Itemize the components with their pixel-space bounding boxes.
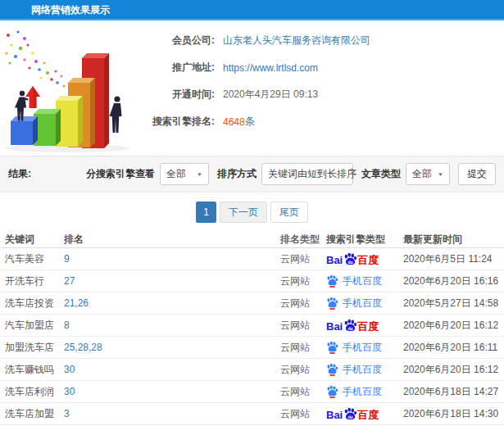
- open-time-value: 2020年4月29日 09:13: [223, 88, 318, 102]
- confetti-dots: [5, 30, 65, 87]
- pagination: 1 下一页 尾页: [0, 193, 504, 232]
- baidu-paw-icon: du: [343, 319, 357, 332]
- update-time-cell: 2020年5月27日 14:58: [403, 297, 504, 310]
- rank-type-cell: 云网站: [280, 385, 326, 399]
- bar-blue: [11, 116, 38, 145]
- info-row-url: 推广地址: https://www.lrtlsd.com: [148, 54, 504, 81]
- rank-type-cell: 云网站: [280, 363, 326, 377]
- baidu-mobile-label: 手机百度: [343, 341, 382, 355]
- baidu-logo: Bai du 百度: [326, 252, 379, 265]
- rank-type-cell: 云网站: [280, 297, 326, 310]
- baidu-paw-icon: du: [343, 407, 357, 420]
- rank-type-cell: 云网站: [280, 274, 326, 288]
- baidu-mobile-paw-icon: [326, 385, 338, 398]
- article-type-value: 全部: [412, 167, 432, 181]
- engine-filter-group: 分搜索引擎查看 全部 ▼: [78, 163, 209, 185]
- sort-order-group: 排序方式 关键词由短到长排序 ▼: [209, 163, 353, 185]
- article-type-label: 文章类型: [361, 167, 401, 181]
- growth-chart-illustration: [0, 20, 148, 156]
- page-1-button[interactable]: 1: [196, 202, 216, 223]
- rank-count-value[interactable]: 4648: [223, 116, 245, 128]
- rank-cell[interactable]: 27: [64, 275, 280, 287]
- update-time-cell: 2020年6月5日 11:24: [403, 252, 504, 266]
- rank-type-cell: 云网站: [280, 341, 326, 355]
- company-label: 会员公司:: [148, 34, 215, 48]
- baidu-mobile-logo: 手机百度: [326, 385, 382, 399]
- sort-order-select[interactable]: 关键词由短到长排序 ▼: [261, 163, 353, 185]
- caret-down-icon: ▼: [438, 171, 443, 176]
- table-row: 加盟洗车店 25,28,28 云网站 手机百度 2020年6月: [0, 337, 504, 359]
- table-row: 洗车店加盟 3 云网站 Bai du 百度 20: [0, 403, 504, 425]
- rank-cell[interactable]: 30: [64, 386, 280, 397]
- baidu-logo-cn-text: 百度: [357, 410, 379, 420]
- keyword-cell: 加盟洗车店: [0, 341, 64, 355]
- article-type-select[interactable]: 全部 ▼: [406, 163, 450, 185]
- engine-cell: 手机百度: [326, 385, 403, 399]
- baidu-paw-icon: du: [343, 252, 357, 265]
- baidu-logo-bai-text: Bai: [326, 255, 343, 265]
- rank-cell[interactable]: 21,26: [64, 297, 280, 309]
- baidu-mobile-logo: 手机百度: [326, 341, 382, 355]
- table-row: 开洗车行 27 云网站 手机百度 2020年6月20日 16:: [0, 270, 504, 292]
- next-page-button[interactable]: 下一页: [220, 202, 267, 223]
- engine-filter-value: 全部: [166, 167, 186, 181]
- rank-cell[interactable]: 8: [64, 320, 280, 331]
- keyword-cell: 开洗车行: [0, 274, 64, 288]
- company-info-panel: 会员公司: 山东老人头汽车服务咨询有限公司 推广地址: https://www.…: [148, 20, 504, 156]
- col-update-time: 最新更新时间: [403, 233, 504, 247]
- filter-bar: 结果: 分搜索引擎查看 全部 ▼ 排序方式 关键词由短到长排序 ▼ 文章类型 全…: [0, 156, 504, 193]
- engine-filter-select[interactable]: 全部 ▼: [160, 163, 209, 185]
- keyword-cell: 汽车加盟店: [0, 319, 64, 333]
- baidu-mobile-label: 手机百度: [343, 297, 382, 310]
- promotion-url-link[interactable]: https://www.lrtlsd.com: [223, 62, 318, 74]
- col-rank: 排名: [64, 233, 280, 247]
- rank-cell[interactable]: 9: [64, 253, 280, 265]
- rank-count-unit[interactable]: 条: [245, 115, 255, 129]
- table-body: 汽车美容 9 云网站 Bai du 百度 202: [0, 248, 504, 425]
- page-header: 网络营销效果展示: [0, 0, 504, 20]
- rank-cell[interactable]: 3: [64, 408, 280, 419]
- keyword-cell: 汽车美容: [0, 252, 64, 266]
- caret-down-icon: ▼: [197, 171, 202, 176]
- rank-type-cell: 云网站: [280, 407, 326, 421]
- baidu-logo: Bai du 百度: [326, 319, 379, 332]
- update-time-cell: 2020年6月20日 16:16: [403, 274, 504, 288]
- last-page-button[interactable]: 尾页: [270, 202, 308, 223]
- engine-cell: 手机百度: [326, 274, 403, 288]
- baidu-mobile-paw-icon: [326, 274, 338, 288]
- rank-cell[interactable]: 30: [64, 364, 280, 375]
- keyword-cell: 洗车赚钱吗: [0, 363, 64, 377]
- submit-button[interactable]: 提交: [458, 163, 496, 185]
- results-table: 关键词 排名 排名类型 搜索引擎类型 最新更新时间 汽车美容 9 云网站 Bai…: [0, 232, 504, 425]
- up-arrow-icon: [25, 86, 40, 108]
- summary-section: 会员公司: 山东老人头汽车服务咨询有限公司 推广地址: https://www.…: [0, 20, 504, 156]
- company-name-link[interactable]: 山东老人头汽车服务咨询有限公司: [223, 34, 370, 48]
- baidu-mobile-label: 手机百度: [343, 363, 382, 377]
- keyword-cell: 洗车店加盟: [0, 407, 64, 421]
- baidu-logo-bai-text: Bai: [326, 321, 343, 332]
- caret-down-icon: ▼: [361, 171, 367, 176]
- engine-cell: Bai du 百度: [326, 319, 403, 332]
- info-row-open-time: 开通时间: 2020年4月29日 09:13: [148, 81, 504, 108]
- info-row-company: 会员公司: 山东老人头汽车服务咨询有限公司: [148, 27, 504, 54]
- baidu-logo-cn-text: 百度: [357, 321, 379, 332]
- table-row: 洗车赚钱吗 30 云网站 手机百度 2020年6月20日 16: [0, 359, 504, 381]
- baidu-mobile-paw-icon: [326, 297, 338, 310]
- col-keyword: 关键词: [0, 233, 64, 247]
- engine-cell: 手机百度: [326, 297, 403, 310]
- baidu-logo-bai-text: Bai: [326, 410, 343, 420]
- table-row: 洗车店投资 21,26 云网站 手机百度 2020年5月27日: [0, 292, 504, 315]
- info-row-rank-count: 搜索引擎排名: 4648 条: [148, 108, 504, 135]
- update-time-cell: 2020年6月20日 16:12: [403, 319, 504, 333]
- baidu-logo-du-text: du: [348, 326, 353, 331]
- rank-type-cell: 云网站: [280, 319, 326, 333]
- col-rank-type: 排名类型: [280, 233, 326, 247]
- table-row: 洗车店利润 30 云网站 手机百度 2020年6月18日 14: [0, 381, 504, 403]
- rank-type-cell: 云网站: [280, 252, 326, 266]
- table-row: 汽车加盟店 8 云网站 Bai du 百度 20: [0, 315, 504, 337]
- open-time-label: 开通时间:: [148, 88, 215, 102]
- engine-cell: 手机百度: [326, 363, 403, 377]
- rank-cell[interactable]: 25,28,28: [64, 342, 280, 353]
- engine-cell: Bai du 百度: [326, 407, 403, 420]
- baidu-logo: Bai du 百度: [326, 407, 379, 420]
